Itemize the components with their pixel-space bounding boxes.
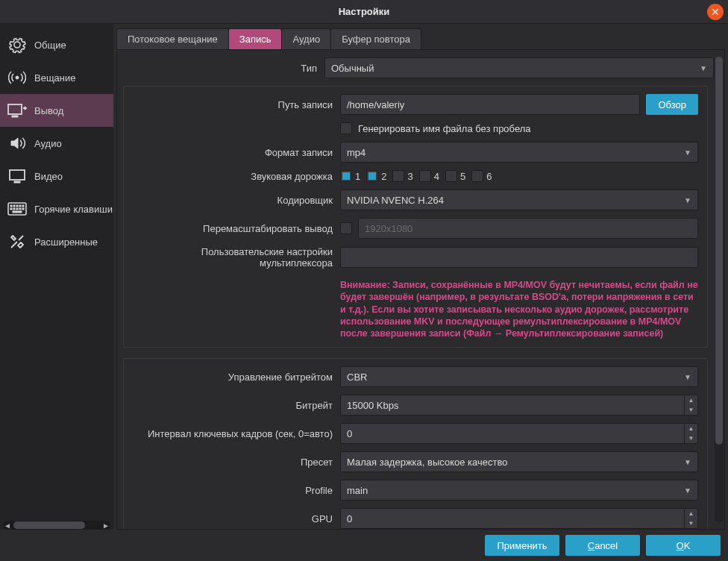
svg-rect-3 <box>10 170 25 180</box>
track-4-checkbox[interactable] <box>419 170 431 182</box>
label-path: Путь записи <box>133 99 340 110</box>
sidebar-item-label: Аудио <box>34 138 62 149</box>
tab-streaming[interactable]: Потоковое вещание <box>116 28 229 49</box>
keyboard-icon <box>7 199 27 219</box>
sidebar-item-hotkeys[interactable]: Горячие клавиши <box>0 192 113 225</box>
sidebar-item-audio[interactable]: Аудио <box>0 127 113 160</box>
sidebar-item-general[interactable]: Общие <box>0 28 113 61</box>
checkbox-icon <box>340 122 352 134</box>
scroll-thumb[interactable] <box>715 57 723 445</box>
panel-vscrollbar[interactable] <box>715 57 724 522</box>
svg-rect-14 <box>19 208 21 210</box>
rescale-checkbox[interactable] <box>340 222 352 234</box>
svg-rect-15 <box>22 208 24 210</box>
track-6-checkbox[interactable] <box>471 170 483 182</box>
label-type: Тип <box>117 63 324 74</box>
sidebar-item-label: Вещание <box>34 72 76 84</box>
generate-name-checkbox[interactable]: Генерировать имя файла без пробела <box>340 122 531 134</box>
ok-button[interactable]: OK <box>646 535 721 556</box>
chevron-down-icon: ▼ <box>684 373 691 381</box>
scroll-thumb[interactable] <box>13 521 85 529</box>
track-2-checkbox[interactable] <box>366 170 378 182</box>
sidebar-item-label: Вывод <box>34 105 63 116</box>
output-icon <box>7 101 27 120</box>
label-rescale: Перемасштабировать вывод <box>133 223 340 234</box>
window-title: Настройки <box>339 6 390 17</box>
close-button[interactable]: ✕ <box>707 4 724 20</box>
apply-button[interactable]: Применить <box>485 535 559 556</box>
label-preset: Пресет <box>133 457 340 468</box>
label-rate-control: Управление битрейтом <box>133 372 340 383</box>
tab-audio[interactable]: Аудио <box>281 28 331 49</box>
profile-select[interactable]: main ▼ <box>340 480 698 501</box>
sidebar-item-streaming[interactable]: Вещание <box>0 61 113 94</box>
spin-up-icon[interactable]: ▲ <box>685 424 697 433</box>
svg-rect-1 <box>8 104 22 114</box>
browse-button[interactable]: Обзор <box>646 94 698 115</box>
svg-rect-13 <box>16 208 18 210</box>
label-bitrate: Битрейт <box>133 400 340 411</box>
titlebar: Настройки ✕ <box>0 0 728 24</box>
sidebar-item-video[interactable]: Видео <box>0 160 113 192</box>
sidebar-item-advanced[interactable]: Расширенные <box>0 225 113 258</box>
sidebar-item-output[interactable]: Вывод <box>0 94 113 127</box>
track-5-checkbox[interactable] <box>445 170 457 182</box>
rate-control-select[interactable]: CBR ▼ <box>340 366 698 387</box>
spin-up-icon[interactable]: ▲ <box>685 395 697 405</box>
cancel-button[interactable]: Cancel <box>565 535 640 556</box>
label-gpu: GPU <box>133 513 340 524</box>
sidebar-item-label: Горячие клавиши <box>34 204 113 215</box>
svg-rect-7 <box>13 205 15 207</box>
svg-rect-2 <box>12 116 18 117</box>
sidebar-hscrollbar[interactable]: ◄ ► <box>3 521 110 530</box>
rescale-value: 1920x1080 <box>358 218 698 239</box>
recording-group: Путь записи /home/valeriy Обзор Генериро… <box>123 86 708 348</box>
svg-rect-16 <box>13 211 22 213</box>
spin-down-icon[interactable]: ▼ <box>685 405 697 415</box>
track-1-checkbox[interactable] <box>340 170 352 182</box>
mux-settings-input[interactable] <box>340 247 698 268</box>
sidebar: Общие Вещание Вывод Аудио Видео <box>0 24 113 530</box>
scroll-right-icon: ► <box>101 521 110 530</box>
type-select[interactable]: Обычный ▼ <box>324 57 714 78</box>
tab-replay-buffer[interactable]: Буфер повтора <box>330 28 421 49</box>
broadcast-icon <box>7 68 27 87</box>
svg-rect-11 <box>10 208 12 210</box>
svg-rect-8 <box>16 205 18 207</box>
gpu-spinner[interactable]: 0 ▲▼ <box>340 508 698 529</box>
mp4-warning: Внимание: Записи, сохранённые в MP4/MOV … <box>340 276 698 339</box>
label-encoder: Кодировщик <box>133 195 340 206</box>
chevron-down-icon: ▼ <box>700 64 707 72</box>
tab-recording[interactable]: Запись <box>228 28 283 49</box>
tabs: Потоковое вещание Запись Аудио Буфер пов… <box>113 24 728 49</box>
sidebar-item-label: Общие <box>34 40 66 51</box>
label-format: Формат записи <box>133 147 340 158</box>
spin-up-icon[interactable]: ▲ <box>685 509 697 518</box>
svg-rect-6 <box>10 205 12 207</box>
chevron-down-icon: ▼ <box>684 486 691 495</box>
spin-down-icon[interactable]: ▼ <box>685 433 697 443</box>
encoder-select[interactable]: NVIDIA NVENC H.264 ▼ <box>340 189 698 210</box>
svg-point-0 <box>16 76 19 79</box>
svg-rect-12 <box>13 208 15 210</box>
track-3-checkbox[interactable] <box>392 170 404 182</box>
format-select[interactable]: mp4 ▼ <box>340 142 698 163</box>
chevron-down-icon: ▼ <box>684 148 691 157</box>
scroll-left-icon: ◄ <box>3 521 12 530</box>
settings-panel: Тип Обычный ▼ Путь записи /home/valeriy <box>116 49 725 530</box>
checkbox-label: Генерировать имя файла без пробела <box>358 123 531 134</box>
speaker-icon <box>7 134 27 153</box>
preset-select[interactable]: Малая задержка, высокое качество ▼ <box>340 451 698 472</box>
close-icon: ✕ <box>711 6 720 18</box>
sidebar-item-label: Расширенные <box>34 236 98 248</box>
keyint-spinner[interactable]: 0 ▲▼ <box>340 423 698 444</box>
bitrate-spinner[interactable]: 15000 Kbps ▲▼ <box>340 395 698 416</box>
chevron-down-icon: ▼ <box>684 458 691 466</box>
spin-down-icon[interactable]: ▼ <box>685 518 697 528</box>
label-profile: Profile <box>133 485 340 496</box>
monitor-icon <box>7 166 27 186</box>
recording-path-input[interactable]: /home/valeriy <box>340 94 640 115</box>
label-keyint: Интервал ключевых кадров (сек, 0=авто) <box>133 428 340 439</box>
chevron-down-icon: ▼ <box>684 196 691 204</box>
label-mux: Пользовательские настройки мультиплексор… <box>133 246 340 269</box>
